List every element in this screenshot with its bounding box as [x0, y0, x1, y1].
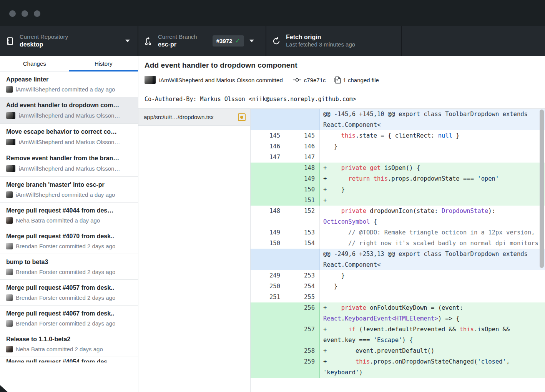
diff-code-text: }	[320, 281, 545, 292]
diff-old-line-number: 249	[251, 270, 285, 281]
commit-list-item[interactable]: Add event handler to dropdown com…iAmWil…	[0, 97, 138, 124]
avatar	[6, 112, 13, 119]
avatar	[6, 139, 13, 145]
diff-old-line-number	[251, 249, 285, 270]
commit-list-meta: Brendan Forster committed 2 days ago	[6, 294, 134, 301]
diff-viewer: @@ -145,6 +145,10 @@ export class Toolba…	[251, 109, 545, 392]
commit-list-item[interactable]: Release to 1.1.0-beta2Neha Batra committ…	[0, 331, 138, 357]
branch-dropdown-caret-icon	[249, 40, 254, 42]
diff-code-text: + event.preventDefault()	[320, 345, 545, 356]
diff-line: 146146 }	[251, 141, 545, 152]
diff-new-line-number: 152	[285, 206, 320, 227]
diff-code-text: }	[320, 270, 545, 281]
close-window-button[interactable]	[9, 10, 16, 17]
diff-code-text: + this.props.onDropdownStateChanged('clo…	[320, 356, 545, 378]
diff-code-text: private dropdownIcon(state: DropdownStat…	[320, 206, 545, 227]
commit-list-title: Remove event handler from the bran…	[6, 155, 134, 162]
diff-new-line-number: 150	[285, 184, 320, 195]
avatar	[6, 294, 13, 301]
commit-list-meta: iAmWillShepherd and Markus Olsson…	[6, 138, 134, 146]
content: Changes History Appease linteriAmWillShe…	[0, 56, 545, 392]
diff-code-text	[320, 152, 545, 163]
commit-list-item[interactable]: Move escape behavior to correct co…iAmWi…	[0, 124, 138, 150]
changed-file-icon	[334, 76, 341, 84]
diff-line: 250254 }	[251, 281, 545, 292]
current-repository-label: Current Repository	[20, 33, 68, 41]
commit-list-item[interactable]: bump to beta3Brendan Forster committed 2…	[0, 254, 138, 280]
commit-list-item[interactable]: Merge pull request #4044 from des…Neha B…	[0, 203, 138, 228]
current-branch-label: Current Branch	[158, 33, 197, 41]
diff-code-text: // @TODO: Remake triangle octicon in a 1…	[320, 227, 545, 238]
avatar	[6, 243, 13, 249]
diff-old-line-number	[251, 173, 285, 184]
commit-list-meta-text: iAmWillShepherd committed a day ago	[16, 191, 115, 198]
diff-code-text: this.state = { clientRect: null }	[320, 130, 545, 141]
fetch-origin-button[interactable]: Fetch origin Last fetched 3 minutes ago	[266, 26, 402, 56]
diff-old-line-number	[251, 163, 285, 173]
current-repository-value: desktop	[20, 41, 68, 48]
avatar	[6, 320, 13, 327]
repo-icon	[6, 37, 14, 45]
diff-old-line-number: 146	[251, 141, 285, 152]
fetch-origin-subtitle: Last fetched 3 minutes ago	[286, 41, 355, 48]
tab-changes[interactable]: Changes	[0, 56, 69, 71]
diff-line: 249253 }	[251, 270, 545, 281]
commit-list-meta-text: iAmWillShepherd and Markus Olsson…	[19, 112, 120, 119]
commit-meta-row: iAmWillShepherd and Markus Olsson commit…	[145, 75, 545, 90]
diff-old-line-number	[251, 345, 285, 356]
diff-new-line-number: 149	[285, 173, 320, 184]
commit-list-item[interactable]: Merge branch 'master' into esc-priAmWill…	[0, 177, 138, 203]
scrollbar-thumb[interactable]	[540, 110, 544, 268]
commit-list-meta-text: Brendan Forster committed 2 days ago	[16, 294, 115, 301]
changed-files-count: 1 changed file	[343, 77, 379, 83]
current-repository-button[interactable]: Current Repository desktop	[0, 26, 138, 56]
commit-list-item[interactable]: Merge pull request #4067 from desk..Bren…	[0, 306, 138, 331]
commit-list-title: Merge pull request #4070 from desk..	[6, 233, 134, 240]
current-branch-button[interactable]: Current Branch esc-pr #3972 ✓	[138, 26, 266, 56]
diff-line: 150+ }	[251, 184, 545, 195]
diff-code-text: }	[320, 141, 545, 152]
toolbar: Current Repository desktop Current Branc…	[0, 26, 545, 56]
diff-code-text: + private onFoldoutKeyDown = (event: Rea…	[320, 302, 545, 324]
avatar	[6, 269, 13, 275]
diff-code-text: +	[320, 195, 545, 206]
diff-new-line-number: 153	[285, 227, 320, 238]
diff-new-line-number: 257	[285, 324, 320, 345]
commit-list-item[interactable]: Merge pull request #4070 from desk..Bren…	[0, 228, 138, 254]
commit-list-meta-text: Brendan Forster committed 2 days ago	[16, 320, 115, 327]
diff-line: 148+ private get isOpen() {	[251, 163, 545, 173]
tab-history[interactable]: History	[69, 56, 138, 71]
commit-list-title: bump to beta3	[6, 259, 134, 266]
commit-list: Appease linteriAmWillShepherd committed …	[0, 71, 138, 392]
commit-list-item[interactable]: Merge pull request #4054 from des…	[0, 357, 138, 362]
file-path: app/src/ui/t…/dropdown.tsx	[144, 114, 238, 120]
fetch-origin-title: Fetch origin	[286, 33, 355, 41]
diff-line: 259+ this.props.onDropdownStateChanged('…	[251, 356, 545, 378]
minimize-window-button[interactable]	[22, 10, 28, 17]
commit-list-title: Merge branch 'master' into esc-pr	[6, 181, 134, 188]
commit-list-title: Merge pull request #4054 from des…	[6, 359, 134, 362]
commit-list-title: Appease linter	[6, 76, 134, 83]
diff-new-line-number: 151	[285, 195, 320, 206]
commit-header: Add event handler to dropdown component …	[138, 56, 545, 90]
diff-old-line-number: 149	[251, 227, 285, 238]
file-list-item[interactable]: app/src/ui/t…/dropdown.tsx	[138, 109, 250, 126]
avatar	[6, 346, 13, 352]
commit-message-body: Co-Authored-By: Markus Olsson <niik@user…	[138, 90, 545, 108]
avatar-stack	[6, 165, 16, 172]
commit-sha: c79e71c	[304, 77, 326, 83]
diff-new-line-number: 254	[285, 281, 320, 292]
titlebar	[0, 0, 545, 26]
commit-list-meta-text: iAmWillShepherd and Markus Olsson…	[19, 139, 120, 145]
diff-old-line-number: 251	[251, 292, 285, 302]
current-branch-value: esc-pr	[158, 41, 197, 48]
commit-list-item[interactable]: Merge pull request #4057 from desk..Bren…	[0, 280, 138, 306]
commit-list-meta: Neha Batra committed a day ago	[6, 217, 134, 224]
commit-list-item[interactable]: Remove event handler from the bran…iAmWi…	[0, 150, 138, 177]
commit-list-meta: iAmWillShepherd committed a day ago	[6, 191, 134, 198]
sidebar-tabs: Changes History	[0, 56, 138, 71]
commit-list-item[interactable]: Appease linteriAmWillShepherd committed …	[0, 71, 138, 97]
commit-list-meta-text: Brendan Forster committed 2 days ago	[16, 243, 115, 249]
zoom-window-button[interactable]	[34, 10, 40, 17]
commit-list-meta: iAmWillShepherd and Markus Olsson…	[6, 112, 134, 119]
